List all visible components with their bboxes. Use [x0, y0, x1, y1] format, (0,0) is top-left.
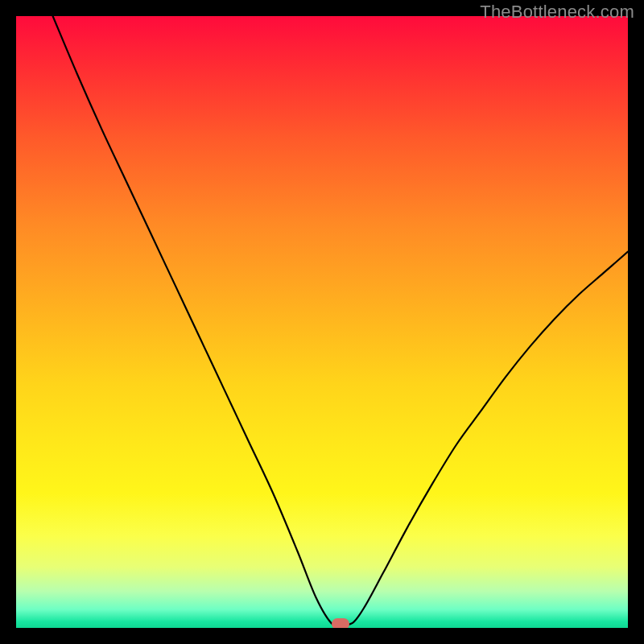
frame-border	[0, 0, 16, 644]
plot-area	[16, 16, 628, 628]
frame-border	[628, 0, 644, 644]
frame-border	[0, 628, 644, 644]
chart-frame: TheBottleneck.com	[0, 0, 644, 644]
watermark-text: TheBottleneck.com	[480, 2, 634, 23]
curve-path	[53, 16, 628, 625]
bottleneck-curve	[16, 16, 628, 628]
